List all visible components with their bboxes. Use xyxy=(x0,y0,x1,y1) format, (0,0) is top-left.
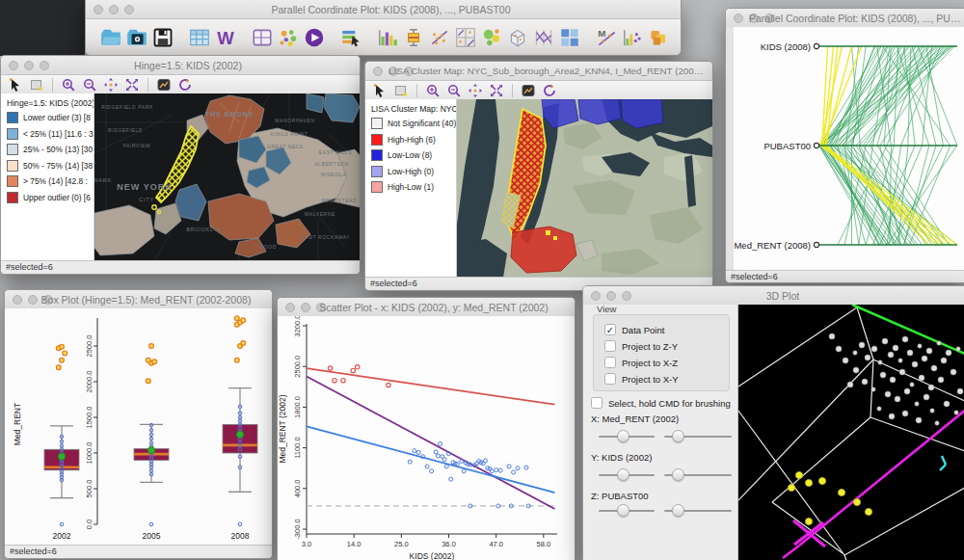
boxplot-window: Box Plot (Hinge=1.5): Med_RENT (2002-200… xyxy=(4,289,273,559)
svg-text:MINEOLA: MINEOLA xyxy=(321,172,347,177)
pcp-plot-area[interactable]: KIDS (2008)PUBAST00Med_RENT (2008) xyxy=(734,27,964,271)
table-icon[interactable] xyxy=(188,25,211,50)
checkbox-box[interactable]: ✓ xyxy=(604,324,616,335)
legend-entry: High-High (6) xyxy=(371,134,453,146)
svg-text:58.0: 58.0 xyxy=(537,540,551,548)
histogram-icon[interactable] xyxy=(376,25,399,50)
full-extent-icon[interactable] xyxy=(488,82,505,99)
svg-text:-300.0: -300.0 xyxy=(293,519,302,539)
pcp-status-bar: #selected=6 xyxy=(726,270,964,282)
slider-knob[interactable] xyxy=(672,504,684,517)
refresh-icon[interactable] xyxy=(176,76,194,93)
slider-1-a[interactable] xyxy=(599,468,655,481)
lisa-window-title: LISA Cluster Map: NYC_Sub_borough_Area2_… xyxy=(388,66,705,76)
scatter-plot-area[interactable]: 3200.02500.01800.01100.0400.0-300.03.014… xyxy=(278,316,575,560)
map-movie-icon[interactable] xyxy=(303,25,326,50)
select-rect-icon[interactable] xyxy=(392,82,410,99)
main-titlebar[interactable]: Parallel Coordinate Plot: KIDS (2008), .… xyxy=(86,0,681,19)
zoom-in-icon[interactable] xyxy=(60,76,77,93)
scatter-titlebar[interactable]: Scatter Plot - x: KIDS (2002), y: Med_RE… xyxy=(278,298,575,317)
lisa-cluster-icon[interactable] xyxy=(621,25,644,50)
clusters-icon[interactable] xyxy=(277,25,300,50)
basemap-icon[interactable] xyxy=(155,76,173,93)
scatter-plot-icon[interactable] xyxy=(428,25,451,50)
lisa-map-svg xyxy=(457,99,712,278)
checkbox-box[interactable] xyxy=(604,373,616,385)
bubble-chart-icon[interactable] xyxy=(480,25,503,50)
zoom-in-icon[interactable] xyxy=(424,82,442,99)
checkbox-project-to-z-y[interactable]: Project to Z-Y xyxy=(604,340,678,352)
main-toolbar: WMREG xyxy=(86,19,681,56)
slider-0-b[interactable] xyxy=(664,430,732,442)
moran-scatter-icon[interactable]: M xyxy=(595,25,618,50)
scatter-svg: 3200.02500.01800.01100.0400.0-300.03.014… xyxy=(278,316,575,560)
boxplot-icon[interactable] xyxy=(402,25,425,50)
checkbox-project-to-x-z[interactable]: Project to X-Z xyxy=(604,357,678,368)
slider-2-b[interactable] xyxy=(664,504,732,517)
svg-text:PUBAST00: PUBAST00 xyxy=(763,141,811,151)
zoom-out-icon[interactable] xyxy=(445,82,463,99)
category-editor-icon[interactable] xyxy=(339,25,362,50)
lisa-map-toolbar xyxy=(365,81,712,101)
open-project-icon[interactable] xyxy=(99,25,122,50)
select-arrow-icon[interactable] xyxy=(7,76,24,93)
checkbox-box[interactable] xyxy=(591,397,602,409)
legend-label: 50% - 75% (14) [38 xyxy=(23,161,93,171)
axis-label-1: Y: KIDS (2002) xyxy=(591,452,652,463)
select-rect-icon[interactable] xyxy=(28,76,45,93)
svg-text:2002: 2002 xyxy=(53,531,71,541)
slider-0-a[interactable] xyxy=(599,430,655,442)
svg-text:KIDS (2002): KIDS (2002) xyxy=(410,551,455,560)
zoom-out-icon[interactable] xyxy=(81,76,98,93)
slider-2-a[interactable] xyxy=(599,504,655,517)
full-extent-icon[interactable] xyxy=(123,76,141,93)
conditional-plot-icon[interactable] xyxy=(558,25,581,50)
lisa-high-high-region xyxy=(511,227,576,273)
slider-knob[interactable] xyxy=(672,468,684,481)
slider-knob[interactable] xyxy=(672,430,684,442)
checkbox-select-brushing[interactable]: Select, hold CMD for brushing xyxy=(591,397,731,409)
svg-text:ALBERTSON: ALBERTSON xyxy=(314,161,349,167)
save-project-icon[interactable] xyxy=(151,25,174,50)
slider-1-b[interactable] xyxy=(664,468,732,481)
svg-text:EAST HILLS: EAST HILLS xyxy=(319,149,352,155)
select-arrow-icon[interactable] xyxy=(371,82,388,99)
cartogram-icon[interactable] xyxy=(647,25,670,50)
lisa-map-canvas[interactable] xyxy=(457,99,712,278)
checkbox-project-to-x-y[interactable]: Project to X-Y xyxy=(604,373,679,385)
basemap-icon[interactable] xyxy=(520,82,537,99)
refresh-icon[interactable] xyxy=(541,82,558,99)
threed-titlebar[interactable]: 3D Plot xyxy=(583,286,964,306)
boxplot-plot-area[interactable]: 0.0500.01000.01500.02000.02500.0Med_RENT… xyxy=(5,308,272,546)
svg-text:400.0: 400.0 xyxy=(293,479,302,497)
axis-label-0: X: Med_RENT (2002) xyxy=(591,413,679,424)
maps-icon[interactable] xyxy=(251,25,274,50)
lisa-titlebar[interactable]: LISA Cluster Map: NYC_Sub_borough_Area2_… xyxy=(365,62,712,81)
svg-text:2008: 2008 xyxy=(231,531,250,541)
svg-text:Med_RENT: Med_RENT xyxy=(13,403,22,445)
slider-knob[interactable] xyxy=(617,504,629,517)
hinge-map-canvas[interactable]: RIDGEFIELD PARKRIDGEFIELDFAIRVIEWTHE BRO… xyxy=(94,93,360,261)
boxplot-status-bar: #selected=6 xyxy=(5,545,272,558)
pan-icon[interactable] xyxy=(102,76,120,93)
checkbox-data-point[interactable]: ✓Data Point xyxy=(604,324,664,335)
toolbar-divider xyxy=(52,78,53,92)
checkbox-box[interactable] xyxy=(604,357,616,368)
pan-icon[interactable] xyxy=(467,82,484,99)
boxplot-titlebar[interactable]: Box Plot (Hinge=1.5): Med_RENT (2002-200… xyxy=(5,290,272,309)
slider-knob[interactable] xyxy=(617,430,629,442)
svg-text:2500.0: 2500.0 xyxy=(85,335,94,358)
axis-label-2: Z: PUBAST00 xyxy=(591,491,649,501)
parallel-coordinates-icon[interactable] xyxy=(532,25,555,50)
svg-text:HEMPSTEAD: HEMPSTEAD xyxy=(322,198,358,203)
slider-knob[interactable] xyxy=(617,468,629,481)
scatter-matrix-icon[interactable] xyxy=(454,25,477,50)
weights-manager-icon[interactable]: W xyxy=(214,25,237,50)
checkbox-box[interactable] xyxy=(604,340,616,352)
hinge-titlebar[interactable]: Hinge=1.5: KIDS (2002) xyxy=(1,56,360,75)
pcp-titlebar[interactable]: Parallel Coordinate Plot: KIDS (2008), .… xyxy=(726,9,964,28)
legend-label: Upper outlier (0) [6 xyxy=(23,193,91,202)
close-project-icon[interactable] xyxy=(125,25,148,50)
3d-plot-icon[interactable] xyxy=(506,25,529,50)
threed-canvas[interactable] xyxy=(738,305,964,560)
